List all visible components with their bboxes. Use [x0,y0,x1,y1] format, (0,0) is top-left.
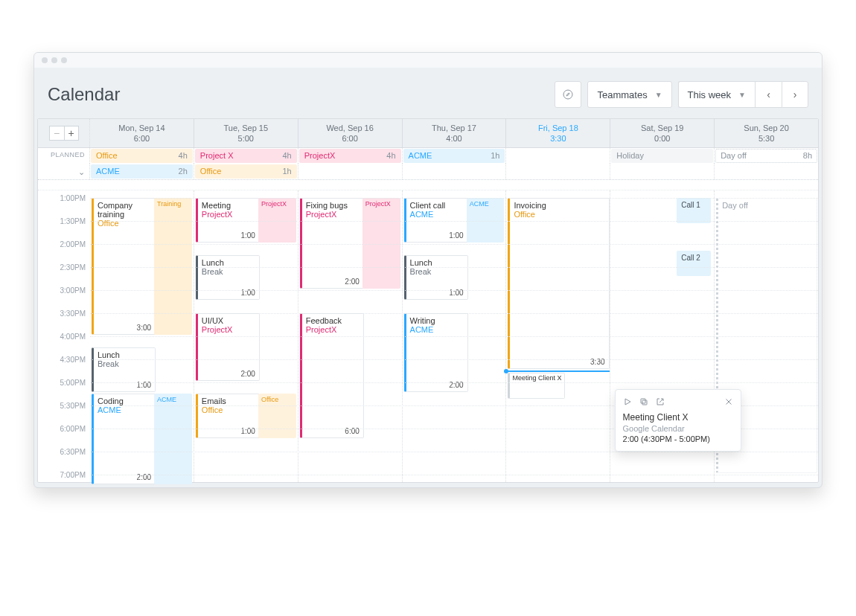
event-duration: 3:00 [137,324,151,332]
event-project: ACME [98,405,151,415]
day-label: Wed, Sep 16 [326,123,373,132]
external-link-icon[interactable] [656,397,665,406]
time-tick: 1:30PM [60,216,86,225]
planned-section: PLANNED Office4hProject X4hProjectX4hACM… [38,148,818,180]
planned-chip[interactable]: Holiday [611,149,713,163]
svg-marker-1 [566,93,569,96]
event-duration: 1:00 [240,427,255,435]
event-block[interactable]: MeetingProjectX1:00 [196,198,260,243]
event-title: Lunch [410,258,432,267]
chevron-right-icon: › [793,89,797,100]
event-block[interactable]: InvoicingOffice3:30 [508,198,609,370]
zoom-in-button[interactable]: + [64,126,79,141]
event-duration: 1:00 [449,231,463,240]
event-block[interactable]: LunchBreak1:00 [404,255,468,300]
chip-label: ProjectX [304,151,336,161]
calendar: − + Mon, Sep 146:00Tue, Sep 155:00Wed, S… [37,118,819,483]
chip-hours: 4h [179,151,188,161]
day-column[interactable]: InvoicingOffice3:30Meeting Client X [506,190,610,482]
window-titlebar [34,53,822,68]
event-block[interactable]: CodingACME2:00 [92,394,156,484]
event-project: ProjectX [202,210,255,219]
day-total: 4:00 [403,133,506,144]
time-tick: 5:30PM [60,401,86,409]
day-label: Thu, Sep 17 [432,123,476,132]
time-grid[interactable]: 1:00PM1:30PM2:00PM2:30PM3:00PM3:30PM4:00… [38,190,818,482]
day-header[interactable]: Tue, Sep 155:00 [194,119,298,147]
planned-chip[interactable]: Day off8h [715,149,817,163]
chevron-down-icon[interactable]: ⌄ [74,167,85,178]
event-project: ProjectX [202,325,255,335]
prev-week-button[interactable]: ‹ [755,81,782,108]
compass-button[interactable] [555,81,581,108]
event-title: Day off [722,201,748,210]
day-column[interactable]: MeetingProjectX1:00ProjectXLunchBreak1:0… [194,190,298,482]
chip-label: Office [96,151,118,161]
day-header[interactable]: Fri, Sep 183:30 [506,119,610,147]
next-week-button[interactable]: › [782,81,808,108]
day-label: Tue, Sep 15 [224,123,269,132]
day-label: Sat, Sep 19 [641,123,684,132]
day-column[interactable]: Fixing bugsProjectX2:00ProjectXFeedbackP… [298,190,403,482]
chip-label: Project X [200,151,234,161]
chip-label: Office [200,167,222,176]
event-project: Office [202,405,255,415]
event-block[interactable]: LunchBreak1:00 [196,255,260,300]
event-tag[interactable]: ProjectX [258,198,296,243]
zoom-out-button[interactable]: − [49,126,64,141]
time-tick: 2:30PM [60,263,86,271]
event-block[interactable]: Client callACME1:00 [404,198,468,243]
event-block[interactable]: Fixing bugsProjectX2:00 [300,198,364,289]
event-tag[interactable]: ACME [467,198,505,243]
chip-hours: 4h [386,151,395,161]
event-block[interactable]: FeedbackProjectX6:00 [300,313,364,439]
close-icon[interactable] [724,397,733,406]
event-tag[interactable]: Office [258,394,296,438]
event-tag[interactable]: ACME [154,394,192,484]
event-duration: 2:00 [449,381,463,389]
planned-chip[interactable]: Office1h [195,164,297,179]
day-label: Fri, Sep 18 [538,123,578,132]
planned-chip[interactable]: ACME1h [403,149,505,163]
day-header[interactable]: Mon, Sep 146:00 [90,119,194,147]
event-tag[interactable]: ProjectX [362,198,400,289]
app-window: Calendar Teammates ▼ This week ▼ ‹ › [33,52,823,488]
event-tag[interactable]: Training [154,198,192,335]
range-dropdown[interactable]: This week ▼ [678,81,755,108]
planned-chip[interactable]: Office4h [91,149,193,163]
svg-rect-3 [642,400,647,405]
event-title: Lunch [202,258,224,267]
copy-icon[interactable] [639,397,648,406]
event-block[interactable]: WritingACME2:00 [404,313,468,393]
event-project: Break [202,267,255,277]
day-column[interactable]: Client callACME1:00ACMELunchBreak1:00Wri… [403,190,507,482]
chip-label: ACME [409,151,432,161]
day-header[interactable]: Thu, Sep 174:00 [403,119,507,147]
event-block[interactable]: UI/UXProjectX2:00 [196,313,260,381]
chip-label: Holiday [616,151,644,161]
day-header[interactable]: Wed, Sep 166:00 [298,119,403,147]
event-block[interactable]: EmailsOffice1:00 [196,394,260,438]
day-header[interactable]: Sun, Sep 205:30 [715,119,818,147]
time-tick: 3:30PM [60,309,86,317]
event-block[interactable]: Company trainingOffice3:00 [92,198,156,335]
event-title: Emails [202,397,226,405]
teammates-dropdown[interactable]: Teammates ▼ [587,81,671,108]
popover-time: 2:00 (4:30PM - 5:00PM) [623,434,733,443]
day-column[interactable]: Company trainingOffice3:00TrainingLunchB… [90,190,194,482]
call-pill[interactable]: Call 1 [677,198,711,223]
event-block[interactable]: LunchBreak1:00 [92,347,156,392]
play-icon[interactable] [623,397,632,406]
chevron-down-icon: ▼ [738,91,746,99]
planned-chip[interactable]: Project X4h [195,149,297,163]
call-pill[interactable]: Call 2 [677,251,711,276]
planned-chip[interactable]: ProjectX4h [299,149,401,163]
event-block[interactable]: Meeting Client X [508,373,564,399]
chip-hours: 1h [491,151,499,161]
planned-chip[interactable]: ACME2h [91,164,193,179]
page-title: Calendar [48,84,549,105]
traffic-light-dot [51,57,57,63]
event-title: Invoicing [514,201,546,210]
svg-marker-2 [625,399,630,405]
day-header[interactable]: Sat, Sep 190:00 [610,119,715,147]
